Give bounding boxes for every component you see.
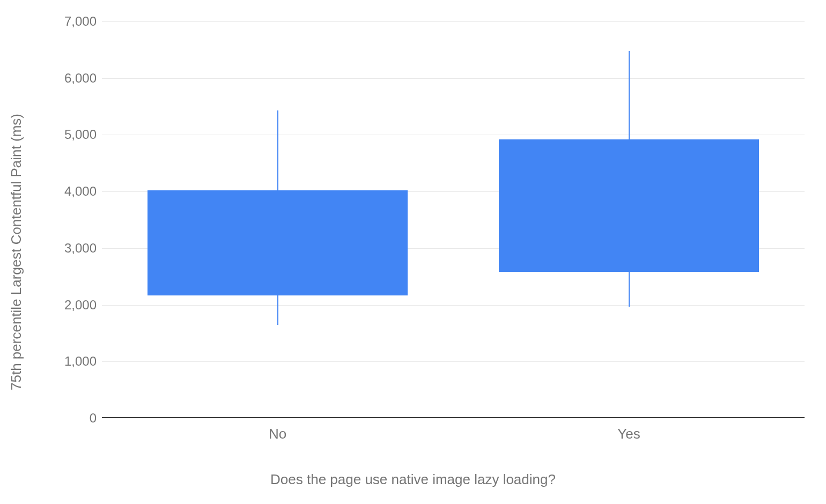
x-axis-title: Does the page use native image lazy load… [0, 471, 826, 488]
y-tick-label: 7,000 [64, 14, 97, 29]
gridline [102, 361, 805, 362]
plot-area: 01,0002,0003,0004,0005,0006,0007,000NoYe… [102, 21, 805, 418]
x-axis-line [102, 417, 805, 418]
box [148, 190, 408, 295]
y-tick-label: 1,000 [64, 354, 97, 369]
y-tick-label: 6,000 [64, 71, 97, 86]
box-plot-chart: 75th percentile Largest Contentful Paint… [0, 0, 826, 504]
x-tick-label: No [269, 426, 286, 442]
gridline [102, 21, 805, 22]
y-tick-label: 0 [90, 411, 97, 426]
gridline [102, 305, 805, 306]
box [499, 139, 759, 272]
y-axis-title: 75th percentile Largest Contentful Paint… [8, 114, 25, 390]
gridline [102, 78, 805, 79]
y-tick-label: 5,000 [64, 127, 97, 142]
y-tick-label: 2,000 [64, 298, 97, 313]
y-tick-label: 3,000 [64, 241, 97, 256]
y-tick-label: 4,000 [64, 184, 97, 199]
x-tick-label: Yes [617, 426, 640, 442]
gridline [102, 135, 805, 135]
